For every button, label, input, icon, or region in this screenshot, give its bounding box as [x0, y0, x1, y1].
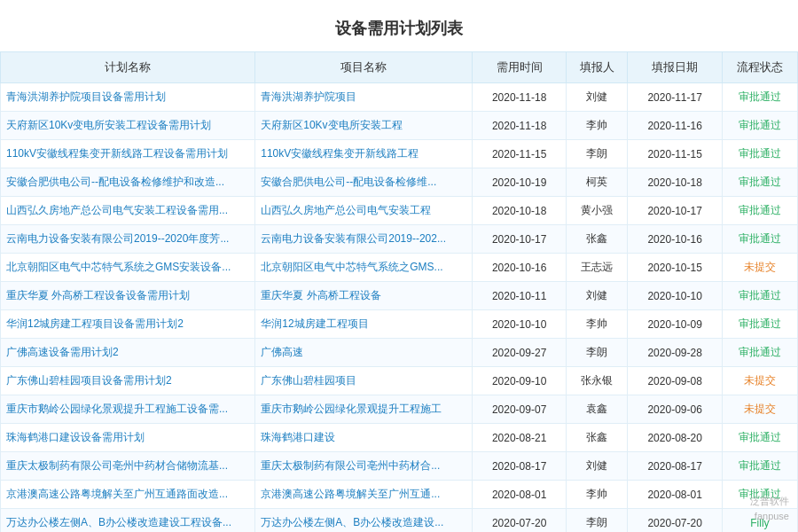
- cell-plan-name[interactable]: 天府新区10Kv变电所安装工程设备需用计划: [1, 112, 255, 140]
- cell-plan-name[interactable]: 华润12城房建工程项目设备需用计划2: [1, 310, 255, 339]
- cell-project-name[interactable]: 重庆市鹅岭公园绿化景观提升工程施工: [255, 395, 473, 424]
- cell-plan-name[interactable]: 广东佛山碧桂园项目设备需用计划2: [1, 367, 255, 395]
- cell-project-name[interactable]: 安徽合肥供电公司--配电设备检修维...: [255, 168, 473, 197]
- cell-status: 审批通过: [722, 140, 797, 168]
- watermark-line1: 泛普软件: [750, 494, 789, 509]
- cell-status: 审批通过: [722, 282, 797, 310]
- cell-reporter: 李帅: [567, 112, 628, 140]
- cell-fill-date: 2020-10-18: [628, 168, 722, 197]
- table-row: 青海洪湖养护院项目设备需用计划青海洪湖养护院项目2020-11-18刘健2020…: [1, 83, 798, 112]
- cell-project-name[interactable]: 天府新区10Kv变电所安装工程: [255, 112, 473, 140]
- cell-status: 审批通过: [722, 197, 797, 225]
- table-row: 天府新区10Kv变电所安装工程设备需用计划天府新区10Kv变电所安装工程2020…: [1, 112, 798, 140]
- table-row: 重庆太极制药有限公司亳州中药材合储物流基...重庆太极制药有限公司亳州中药材合.…: [1, 452, 798, 481]
- header-status: 流程状态: [722, 52, 797, 83]
- cell-reporter: 张鑫: [567, 225, 628, 254]
- cell-reporter: 张鑫: [567, 424, 628, 452]
- cell-plan-name[interactable]: 北京朝阳区电气中芯特气系统之GMS安装设备...: [1, 254, 255, 282]
- cell-project-name[interactable]: 山西弘久房地产总公司电气安装工程: [255, 197, 473, 225]
- table-row: 北京朝阳区电气中芯特气系统之GMS安装设备...北京朝阳区电气中芯特气系统之GM…: [1, 254, 798, 282]
- cell-status: 审批通过: [722, 424, 797, 452]
- cell-plan-name[interactable]: 云南电力设备安装有限公司2019--2020年度芳...: [1, 225, 255, 254]
- cell-need-date: 2020-09-10: [472, 367, 566, 395]
- header-need-date: 需用时间: [472, 52, 566, 83]
- cell-need-date: 2020-11-15: [472, 140, 566, 168]
- cell-status: 审批通过: [722, 452, 797, 481]
- table-body: 青海洪湖养护院项目设备需用计划青海洪湖养护院项目2020-11-18刘健2020…: [1, 83, 798, 533]
- cell-status: 未提交: [722, 395, 797, 424]
- cell-project-name[interactable]: 华润12城房建工程项目: [255, 310, 473, 339]
- table-row: 华润12城房建工程项目设备需用计划2华润12城房建工程项目2020-10-10李…: [1, 310, 798, 339]
- cell-project-name[interactable]: 京港澳高速公路粤境解关至广州互通...: [255, 481, 473, 509]
- equipment-plan-table: 计划名称 项目名称 需用时间 填报人 填报日期 流程状态 青海洪湖养护院项目设备…: [0, 51, 798, 532]
- cell-fill-date: 2020-07-20: [628, 509, 722, 533]
- cell-plan-name[interactable]: 青海洪湖养护院项目设备需用计划: [1, 83, 255, 112]
- cell-status: 审批通过: [722, 225, 797, 254]
- cell-plan-name[interactable]: 山西弘久房地产总公司电气安装工程设备需用...: [1, 197, 255, 225]
- cell-reporter: 李帅: [567, 481, 628, 509]
- cell-project-name[interactable]: 110kV安徽线程集变开新线路工程: [255, 140, 473, 168]
- cell-need-date: 2020-09-27: [472, 339, 566, 367]
- cell-fill-date: 2020-10-10: [628, 282, 722, 310]
- cell-reporter: 李朗: [567, 509, 628, 533]
- cell-plan-name[interactable]: 重庆太极制药有限公司亳州中药材合储物流基...: [1, 452, 255, 481]
- cell-status: 未提交: [722, 254, 797, 282]
- cell-fill-date: 2020-10-09: [628, 310, 722, 339]
- table-row: 广东佛山碧桂园项目设备需用计划2广东佛山碧桂园项目2020-09-10张永银20…: [1, 367, 798, 395]
- cell-need-date: 2020-07-20: [472, 509, 566, 533]
- cell-status: 审批通过: [722, 168, 797, 197]
- cell-need-date: 2020-09-07: [472, 395, 566, 424]
- cell-plan-name[interactable]: 京港澳高速公路粤境解关至广州互通路面改造...: [1, 481, 255, 509]
- cell-fill-date: 2020-08-20: [628, 424, 722, 452]
- table-row: 京港澳高速公路粤境解关至广州互通路面改造...京港澳高速公路粤境解关至广州互通.…: [1, 481, 798, 509]
- cell-fill-date: 2020-08-17: [628, 452, 722, 481]
- table-row: 广佛高速设备需用计划2广佛高速2020-09-27李朗2020-09-28审批通…: [1, 339, 798, 367]
- table-row: 万达办公楼左侧A、B办公楼改造建设工程设备...万达办公楼左侧A、B办公楼改造建…: [1, 509, 798, 533]
- cell-reporter: 王志远: [567, 254, 628, 282]
- cell-project-name[interactable]: 广佛高速: [255, 339, 473, 367]
- main-container: 设备需用计划列表 计划名称 项目名称 需用时间 填报人 填报日期 流程状态 青海…: [0, 0, 798, 532]
- cell-project-name[interactable]: 云南电力设备安装有限公司2019--202...: [255, 225, 473, 254]
- cell-plan-name[interactable]: 珠海鹤港口建设设备需用计划: [1, 424, 255, 452]
- watermark: 泛普软件 fanpuse: [750, 494, 789, 523]
- cell-fill-date: 2020-09-06: [628, 395, 722, 424]
- cell-plan-name[interactable]: 110kV安徽线程集变开新线路工程设备需用计划: [1, 140, 255, 168]
- cell-need-date: 2020-10-11: [472, 282, 566, 310]
- cell-project-name[interactable]: 万达办公楼左侧A、B办公楼改造建设...: [255, 509, 473, 533]
- table-row: 云南电力设备安装有限公司2019--2020年度芳...云南电力设备安装有限公司…: [1, 225, 798, 254]
- cell-plan-name[interactable]: 重庆华夏 外高桥工程设备设备需用计划: [1, 282, 255, 310]
- cell-reporter: 柯英: [567, 168, 628, 197]
- cell-plan-name[interactable]: 万达办公楼左侧A、B办公楼改造建设工程设备...: [1, 509, 255, 533]
- cell-reporter: 刘健: [567, 452, 628, 481]
- cell-fill-date: 2020-09-28: [628, 339, 722, 367]
- cell-reporter: 张永银: [567, 367, 628, 395]
- cell-status: 未提交: [722, 367, 797, 395]
- cell-fill-date: 2020-10-16: [628, 225, 722, 254]
- cell-status: 审批通过: [722, 339, 797, 367]
- cell-project-name[interactable]: 重庆太极制药有限公司亳州中药材合...: [255, 452, 473, 481]
- table-row: 110kV安徽线程集变开新线路工程设备需用计划110kV安徽线程集变开新线路工程…: [1, 140, 798, 168]
- cell-plan-name[interactable]: 重庆市鹅岭公园绿化景观提升工程施工设备需...: [1, 395, 255, 424]
- cell-reporter: 李朗: [567, 339, 628, 367]
- table-header-row: 计划名称 项目名称 需用时间 填报人 填报日期 流程状态: [1, 52, 798, 83]
- cell-status: 审批通过: [722, 310, 797, 339]
- cell-project-name[interactable]: 重庆华夏 外高桥工程设备: [255, 282, 473, 310]
- cell-need-date: 2020-10-19: [472, 168, 566, 197]
- header-project-name: 项目名称: [255, 52, 473, 83]
- cell-fill-date: 2020-09-08: [628, 367, 722, 395]
- cell-project-name[interactable]: 珠海鹤港口建设: [255, 424, 473, 452]
- cell-reporter: 刘健: [567, 282, 628, 310]
- cell-fill-date: 2020-11-16: [628, 112, 722, 140]
- cell-plan-name[interactable]: 安徽合肥供电公司--配电设备检修维护和改造...: [1, 168, 255, 197]
- cell-reporter: 袁鑫: [567, 395, 628, 424]
- cell-reporter: 李朗: [567, 140, 628, 168]
- cell-need-date: 2020-11-18: [472, 83, 566, 112]
- header-fill-date: 填报日期: [628, 52, 722, 83]
- cell-project-name[interactable]: 青海洪湖养护院项目: [255, 83, 473, 112]
- cell-need-date: 2020-08-21: [472, 424, 566, 452]
- cell-project-name[interactable]: 广东佛山碧桂园项目: [255, 367, 473, 395]
- cell-need-date: 2020-10-17: [472, 225, 566, 254]
- cell-fill-date: 2020-11-17: [628, 83, 722, 112]
- cell-plan-name[interactable]: 广佛高速设备需用计划2: [1, 339, 255, 367]
- cell-project-name[interactable]: 北京朝阳区电气中芯特气系统之GMS...: [255, 254, 473, 282]
